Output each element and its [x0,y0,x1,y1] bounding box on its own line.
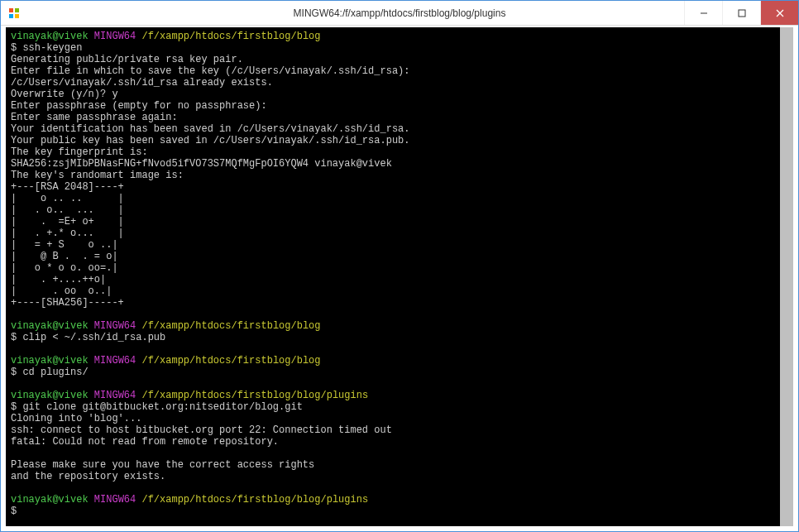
blank-line [11,343,788,355]
prompt-line: vinayak@vivek MINGW64 /f/xampp/htdocs/fi… [11,390,788,401]
output-line: Your public key has been saved in /c/Use… [11,135,788,146]
scrollbar[interactable] [780,27,793,526]
blank-line [11,482,788,494]
output-line: | . +.* o... | [11,228,788,239]
output-line: The key's randomart image is: [11,170,788,181]
minimize-button[interactable] [684,1,722,25]
output-line: Please make sure you have the correct ac… [11,459,788,471]
output-line: /c/Users/vinayak/.ssh/id_rsa already exi… [11,77,788,89]
output-line: | o * o o. oo=.| [11,262,788,274]
prompt-env: MINGW64 [94,355,136,367]
prompt-path: /f/xampp/htdocs/firstblog/blog [141,31,320,42]
prompt-line: vinayak@vivek MINGW64 /f/xampp/htdocs/fi… [11,355,788,367]
prompt-user: vinayak@vivek [11,390,89,401]
command-line: $ [11,506,788,517]
app-window: MINGW64:/f/xampp/htdocs/firstblog/blog/p… [0,0,799,532]
output-line: Enter same passphrase again: [11,112,788,123]
prompt-line: vinayak@vivek MINGW64 /f/xampp/htdocs/fi… [11,494,788,506]
svg-rect-0 [9,8,13,12]
output-line: | . =E+ o+ | [11,216,788,228]
terminal-output[interactable]: vinayak@vivek MINGW64 /f/xampp/htdocs/fi… [6,27,793,526]
prompt-env: MINGW64 [94,494,136,506]
close-button[interactable] [760,1,798,25]
output-line: Overwrite (y/n)? y [11,89,788,100]
window-title: MINGW64:/f/xampp/htdocs/firstblog/blog/p… [294,7,506,19]
output-line: | @ B . . = o| [11,251,788,262]
prompt-env: MINGW64 [94,320,136,332]
app-icon [7,7,21,20]
output-line: Generating public/private rsa key pair. [11,54,788,65]
prompt-path: /f/xampp/htdocs/firstblog/blog/plugins [141,390,368,401]
output-line: Your identification has been saved in /c… [11,123,788,135]
command-line: $ cd plugins/ [11,367,788,378]
prompt-user: vinayak@vivek [11,320,89,332]
command-line: $ git clone git@bitbucket.org:nitseditor… [11,401,788,413]
prompt-line: vinayak@vivek MINGW64 /f/xampp/htdocs/fi… [11,320,788,332]
blank-line [11,309,788,320]
prompt-path: /f/xampp/htdocs/firstblog/blog/plugins [141,494,368,506]
output-line: | . oo o..| [11,285,788,297]
prompt-line: vinayak@vivek MINGW64 /f/xampp/htdocs/fi… [11,31,788,42]
output-line: | . +....++o| [11,274,788,285]
window-controls [684,1,798,25]
prompt-user: vinayak@vivek [11,31,89,42]
output-line: The key fingerprint is: [11,146,788,158]
command-line: $ clip < ~/.ssh/id_rsa.pub [11,332,788,343]
output-line [11,448,788,459]
svg-rect-2 [9,14,13,18]
output-line: fatal: Could not read from remote reposi… [11,436,788,448]
output-line: SHA256:zsjMIbPBNasFNG+fNvod5ifVO73S7MQfM… [11,158,788,170]
output-line: Cloning into 'blog'... [11,413,788,424]
prompt-user: vinayak@vivek [11,355,89,367]
maximize-button[interactable] [722,1,760,25]
output-line: +----[SHA256]-----+ [11,297,788,309]
output-line: Enter passphrase (empty for no passphras… [11,100,788,112]
output-line: | = + S o ..| [11,239,788,251]
output-line: and the repository exists. [11,471,788,482]
blank-line [11,378,788,390]
prompt-path: /f/xampp/htdocs/firstblog/blog [141,320,320,332]
prompt-user: vinayak@vivek [11,494,89,506]
output-line: ssh: connect to host bitbucket.org port … [11,424,788,436]
svg-rect-1 [15,8,19,12]
output-line: | . o.. ... | [11,204,788,216]
output-line: | o .. .. | [11,193,788,204]
command-line: $ ssh-keygen [11,42,788,54]
scrollbar-thumb[interactable] [780,27,793,526]
prompt-path: /f/xampp/htdocs/firstblog/blog [141,355,320,367]
output-line: +---[RSA 2048]----+ [11,181,788,193]
prompt-env: MINGW64 [94,31,136,42]
titlebar[interactable]: MINGW64:/f/xampp/htdocs/firstblog/blog/p… [1,1,798,26]
svg-rect-3 [15,14,19,18]
svg-rect-5 [739,10,745,17]
output-line: Enter file in which to save the key (/c/… [11,65,788,77]
prompt-env: MINGW64 [94,390,136,401]
